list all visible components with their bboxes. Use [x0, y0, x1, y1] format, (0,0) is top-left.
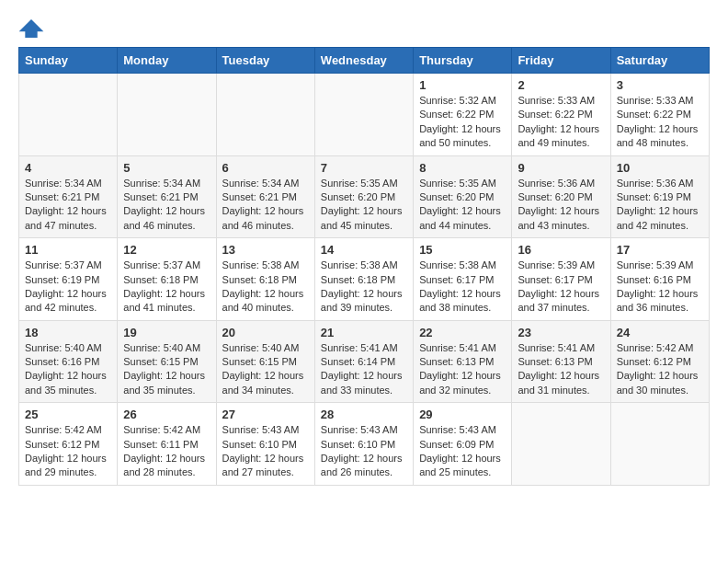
calendar-cell: 9Sunrise: 5:36 AM Sunset: 6:20 PM Daylig…	[512, 155, 610, 238]
day-number: 23	[518, 326, 604, 339]
logo	[18, 18, 48, 38]
day-info: Sunrise: 5:41 AM Sunset: 6:14 PM Dayligh…	[321, 341, 407, 398]
day-number: 6	[222, 161, 309, 175]
day-info: Sunrise: 5:36 AM Sunset: 6:19 PM Dayligh…	[617, 177, 703, 234]
day-of-week-header: Saturday	[610, 48, 709, 74]
calendar-cell: 27Sunrise: 5:43 AM Sunset: 6:10 PM Dayli…	[216, 403, 314, 486]
day-number: 7	[321, 161, 407, 175]
day-of-week-header: Thursday	[414, 48, 512, 74]
day-info: Sunrise: 5:35 AM Sunset: 6:20 PM Dayligh…	[419, 177, 506, 234]
day-info: Sunrise: 5:42 AM Sunset: 6:12 PM Dayligh…	[25, 423, 111, 480]
calendar-cell: 29Sunrise: 5:43 AM Sunset: 6:09 PM Dayli…	[414, 403, 512, 486]
calendar-cell: 5Sunrise: 5:34 AM Sunset: 6:21 PM Daylig…	[118, 155, 216, 238]
day-info: Sunrise: 5:41 AM Sunset: 6:13 PM Dayligh…	[419, 341, 506, 398]
day-number: 19	[123, 326, 210, 339]
day-number: 8	[419, 161, 506, 175]
calendar-cell	[314, 74, 413, 156]
day-number: 16	[518, 243, 604, 257]
day-number: 17	[617, 243, 703, 257]
day-info: Sunrise: 5:33 AM Sunset: 6:22 PM Dayligh…	[617, 94, 703, 151]
calendar-cell: 25Sunrise: 5:42 AM Sunset: 6:12 PM Dayli…	[19, 403, 118, 486]
calendar-cell: 1Sunrise: 5:32 AM Sunset: 6:22 PM Daylig…	[414, 74, 512, 156]
calendar-cell: 20Sunrise: 5:40 AM Sunset: 6:15 PM Dayli…	[216, 320, 314, 403]
day-number: 5	[123, 161, 210, 175]
day-number: 4	[25, 161, 111, 175]
day-of-week-header: Monday	[118, 48, 216, 74]
day-number: 15	[419, 243, 506, 257]
day-info: Sunrise: 5:39 AM Sunset: 6:17 PM Dayligh…	[518, 259, 604, 316]
calendar-week-row: 11Sunrise: 5:37 AM Sunset: 6:19 PM Dayli…	[19, 238, 710, 321]
day-info: Sunrise: 5:34 AM Sunset: 6:21 PM Dayligh…	[123, 177, 210, 234]
calendar-cell	[19, 74, 118, 156]
calendar-cell: 15Sunrise: 5:38 AM Sunset: 6:17 PM Dayli…	[414, 238, 512, 321]
calendar-cell: 10Sunrise: 5:36 AM Sunset: 6:19 PM Dayli…	[610, 155, 709, 238]
day-number: 9	[518, 161, 604, 175]
day-info: Sunrise: 5:40 AM Sunset: 6:15 PM Dayligh…	[222, 341, 309, 398]
calendar-header-row: SundayMondayTuesdayWednesdayThursdayFrid…	[19, 48, 710, 74]
day-info: Sunrise: 5:40 AM Sunset: 6:16 PM Dayligh…	[25, 341, 111, 398]
day-number: 10	[617, 161, 703, 175]
day-of-week-header: Sunday	[19, 48, 118, 74]
day-info: Sunrise: 5:37 AM Sunset: 6:19 PM Dayligh…	[25, 259, 111, 316]
day-of-week-header: Wednesday	[314, 48, 413, 74]
day-info: Sunrise: 5:40 AM Sunset: 6:15 PM Dayligh…	[123, 341, 210, 398]
calendar-cell: 3Sunrise: 5:33 AM Sunset: 6:22 PM Daylig…	[610, 74, 709, 156]
day-info: Sunrise: 5:32 AM Sunset: 6:22 PM Dayligh…	[419, 94, 506, 151]
day-number: 13	[222, 243, 309, 257]
day-info: Sunrise: 5:42 AM Sunset: 6:11 PM Dayligh…	[123, 423, 210, 480]
calendar-cell: 26Sunrise: 5:42 AM Sunset: 6:11 PM Dayli…	[118, 403, 216, 486]
calendar-cell: 28Sunrise: 5:43 AM Sunset: 6:10 PM Dayli…	[314, 403, 413, 486]
calendar-cell: 8Sunrise: 5:35 AM Sunset: 6:20 PM Daylig…	[414, 155, 512, 238]
calendar-cell: 18Sunrise: 5:40 AM Sunset: 6:16 PM Dayli…	[19, 320, 118, 403]
calendar-cell	[118, 74, 216, 156]
day-info: Sunrise: 5:38 AM Sunset: 6:18 PM Dayligh…	[321, 259, 407, 316]
calendar-week-row: 25Sunrise: 5:42 AM Sunset: 6:12 PM Dayli…	[19, 403, 710, 486]
calendar-cell	[610, 403, 709, 486]
calendar-cell: 24Sunrise: 5:42 AM Sunset: 6:12 PM Dayli…	[610, 320, 709, 403]
day-number: 28	[321, 408, 407, 421]
day-number: 25	[25, 408, 111, 421]
calendar-table: SundayMondayTuesdayWednesdayThursdayFrid…	[18, 47, 710, 486]
day-info: Sunrise: 5:43 AM Sunset: 6:10 PM Dayligh…	[321, 423, 407, 480]
calendar-cell: 19Sunrise: 5:40 AM Sunset: 6:15 PM Dayli…	[118, 320, 216, 403]
day-of-week-header: Friday	[512, 48, 610, 74]
day-info: Sunrise: 5:43 AM Sunset: 6:09 PM Dayligh…	[419, 423, 506, 480]
day-info: Sunrise: 5:39 AM Sunset: 6:16 PM Dayligh…	[617, 259, 703, 316]
calendar-cell: 17Sunrise: 5:39 AM Sunset: 6:16 PM Dayli…	[610, 238, 709, 321]
day-number: 24	[617, 326, 703, 339]
day-info: Sunrise: 5:34 AM Sunset: 6:21 PM Dayligh…	[222, 177, 309, 234]
day-info: Sunrise: 5:42 AM Sunset: 6:12 PM Dayligh…	[617, 341, 703, 398]
svg-marker-0	[19, 19, 44, 38]
calendar-cell: 22Sunrise: 5:41 AM Sunset: 6:13 PM Dayli…	[414, 320, 512, 403]
calendar-cell	[216, 74, 314, 156]
day-info: Sunrise: 5:34 AM Sunset: 6:21 PM Dayligh…	[25, 177, 111, 234]
header	[18, 18, 710, 38]
day-info: Sunrise: 5:36 AM Sunset: 6:20 PM Dayligh…	[518, 177, 604, 234]
day-number: 26	[123, 408, 210, 421]
day-number: 1	[419, 78, 506, 92]
day-number: 18	[25, 326, 111, 339]
day-number: 20	[222, 326, 309, 339]
calendar-cell: 16Sunrise: 5:39 AM Sunset: 6:17 PM Dayli…	[512, 238, 610, 321]
calendar-week-row: 18Sunrise: 5:40 AM Sunset: 6:16 PM Dayli…	[19, 320, 710, 403]
calendar-cell: 21Sunrise: 5:41 AM Sunset: 6:14 PM Dayli…	[314, 320, 413, 403]
day-number: 2	[518, 78, 604, 92]
day-number: 27	[222, 408, 309, 421]
day-number: 22	[419, 326, 506, 339]
day-number: 21	[321, 326, 407, 339]
calendar-cell	[512, 403, 610, 486]
day-info: Sunrise: 5:38 AM Sunset: 6:17 PM Dayligh…	[419, 259, 506, 316]
calendar-cell: 7Sunrise: 5:35 AM Sunset: 6:20 PM Daylig…	[314, 155, 413, 238]
day-info: Sunrise: 5:37 AM Sunset: 6:18 PM Dayligh…	[123, 259, 210, 316]
day-info: Sunrise: 5:35 AM Sunset: 6:20 PM Dayligh…	[321, 177, 407, 234]
calendar-cell: 4Sunrise: 5:34 AM Sunset: 6:21 PM Daylig…	[19, 155, 118, 238]
day-info: Sunrise: 5:38 AM Sunset: 6:18 PM Dayligh…	[222, 259, 309, 316]
calendar-cell: 6Sunrise: 5:34 AM Sunset: 6:21 PM Daylig…	[216, 155, 314, 238]
day-number: 3	[617, 78, 703, 92]
day-number: 29	[419, 408, 506, 421]
day-info: Sunrise: 5:33 AM Sunset: 6:22 PM Dayligh…	[518, 94, 604, 151]
calendar-week-row: 1Sunrise: 5:32 AM Sunset: 6:22 PM Daylig…	[19, 74, 710, 156]
calendar-cell: 12Sunrise: 5:37 AM Sunset: 6:18 PM Dayli…	[118, 238, 216, 321]
calendar-body: 1Sunrise: 5:32 AM Sunset: 6:22 PM Daylig…	[19, 74, 710, 486]
day-info: Sunrise: 5:41 AM Sunset: 6:13 PM Dayligh…	[518, 341, 604, 398]
